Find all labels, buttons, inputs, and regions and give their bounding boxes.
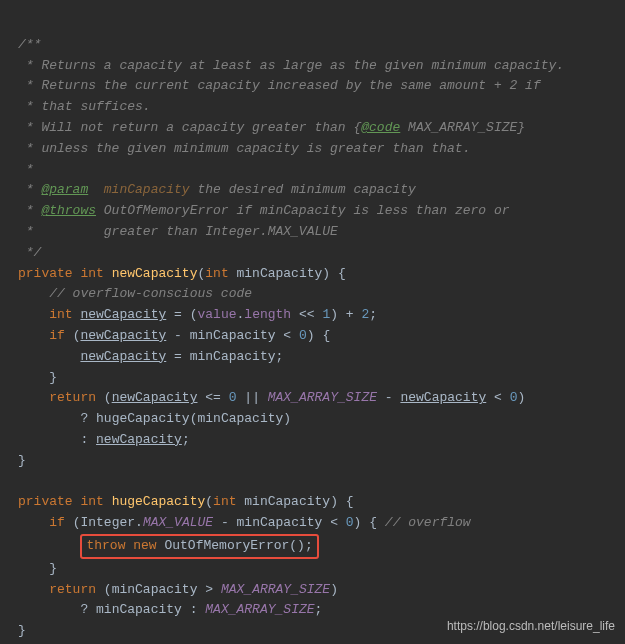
javadoc-line: * Will not return a capacity greater tha… <box>18 120 525 135</box>
highlighted-throw-line: throw new OutOfMemoryError(); <box>80 534 318 559</box>
code-line: newCapacity = minCapacity; <box>80 349 283 364</box>
method-signature: private int newCapacity(int minCapacity)… <box>18 266 346 281</box>
method-name: newCapacity <box>112 266 198 281</box>
javadoc-line: * greater than Integer.MAX_VALUE <box>18 224 338 239</box>
javadoc-line: * Returns the current capacity increased… <box>18 78 541 93</box>
code-line: : newCapacity; <box>80 432 189 447</box>
code-line: if (newCapacity - minCapacity < 0) { <box>49 328 330 343</box>
javadoc-throws-tag: @throws <box>41 203 96 218</box>
brace-close: } <box>18 453 26 468</box>
javadoc-line: * unless the given minimum capacity is g… <box>18 141 470 156</box>
javadoc-line: */ <box>18 245 41 260</box>
method-signature: private int hugeCapacity(int minCapacity… <box>18 494 354 509</box>
brace-close: } <box>49 561 57 576</box>
brace-close: } <box>49 370 57 385</box>
javadoc-line: * Returns a capacity at least as large a… <box>18 58 564 73</box>
line-comment: // overflow-conscious code <box>49 286 252 301</box>
javadoc-line: * <box>18 162 34 177</box>
watermark: https://blog.csdn.net/leisure_life <box>447 617 615 636</box>
code-line: return (newCapacity <= 0 || MAX_ARRAY_SI… <box>49 390 525 405</box>
code-line: ? minCapacity : MAX_ARRAY_SIZE; <box>80 602 322 617</box>
method-name: hugeCapacity <box>112 494 206 509</box>
code-line: return (minCapacity > MAX_ARRAY_SIZE) <box>49 582 338 597</box>
javadoc-line: /** <box>18 37 41 52</box>
code-line: int newCapacity = (value.length << 1) + … <box>49 307 377 322</box>
javadoc-code-tag: @code <box>361 120 400 135</box>
javadoc-line: * @throws OutOfMemoryError if minCapacit… <box>18 203 510 218</box>
javadoc-param-tag: @param <box>41 182 88 197</box>
brace-close: } <box>18 623 26 638</box>
code-line: ? hugeCapacity(minCapacity) <box>80 411 291 426</box>
javadoc-line: * @param minCapacity the desired minimum… <box>18 182 416 197</box>
code-line: if (Integer.MAX_VALUE - minCapacity < 0)… <box>49 515 470 530</box>
line-comment: // overflow <box>385 515 471 530</box>
code-block: /** * Returns a capacity at least as lar… <box>18 14 625 642</box>
javadoc-line: * that suffices. <box>18 99 151 114</box>
